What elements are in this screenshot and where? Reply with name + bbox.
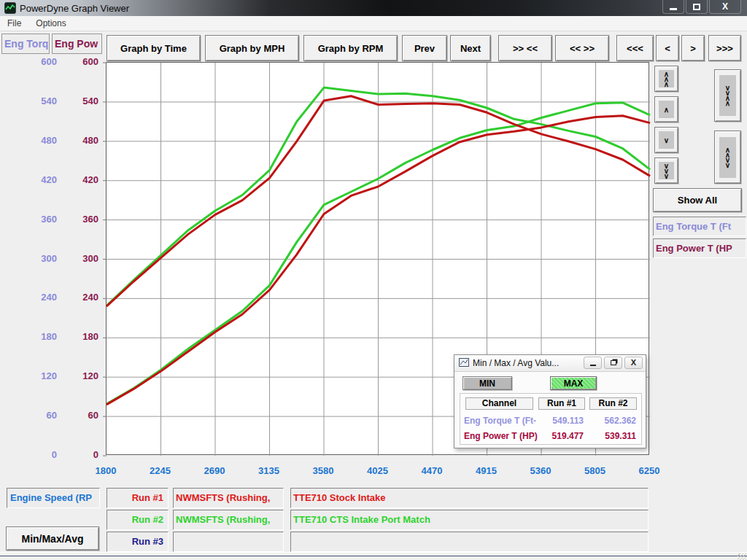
row-torque-channel: Eng Torque T (Ft-	[464, 416, 537, 426]
y-tick-label: 120	[69, 370, 98, 381]
x-tick-label: 5805	[573, 465, 617, 476]
minmax-window-title: Min / Max / Avg Valu...	[473, 358, 559, 368]
max-toggle-button[interactable]: MAX	[550, 376, 597, 390]
y-tick-label: 360	[28, 214, 57, 225]
window-title: PowerDyne Graph Viewer	[20, 3, 129, 14]
legend-eng-power[interactable]: Eng Power T (HP	[653, 238, 746, 258]
x-axis-channel-field[interactable]: Engine Speed (RP	[7, 488, 100, 508]
maximize-button[interactable]	[686, 0, 708, 14]
y-tick-label: 300	[69, 253, 98, 264]
statusbar-line	[0, 556, 747, 556]
row-power-run1-max: 519.477	[538, 431, 584, 441]
scroll-left-fast-button[interactable]: <<<	[616, 35, 654, 61]
x-tick-label: 3135	[247, 465, 291, 476]
graph-by-mph-button[interactable]: Graph by MPH	[205, 35, 299, 61]
x-tick-label: 4470	[410, 465, 454, 476]
zoom-out-x-button[interactable]: << >>	[555, 35, 609, 61]
maximize-icon	[693, 4, 700, 10]
close-icon: X	[722, 2, 728, 11]
minmax-avg-button[interactable]: Min/Max/Avg	[6, 526, 99, 551]
x-tick-label: 5360	[519, 465, 562, 476]
y-tick-label: 60	[28, 410, 57, 421]
scroll-up-fast-button[interactable]: ∧ ∧ ∧	[654, 66, 678, 92]
y-tick-label: 540	[69, 96, 98, 106]
y-tick-label: 180	[28, 331, 57, 342]
scroll-left-button[interactable]: <	[656, 35, 679, 61]
expand-y-scale-button[interactable]: ∧ ∧ ∨ ∨	[714, 131, 741, 184]
run3-description-field[interactable]	[290, 532, 649, 552]
legend-eng-torque[interactable]: Eng Torque T (Ft	[653, 217, 746, 236]
show-all-button[interactable]: Show All	[653, 188, 742, 212]
y-tick-label: 600	[69, 56, 98, 67]
y-tick-label: 420	[69, 174, 98, 185]
close-button[interactable]: X	[709, 0, 741, 14]
x-tick-label: 6250	[627, 465, 671, 476]
minmax-restore-button[interactable]	[604, 357, 622, 369]
scroll-down-button[interactable]: ∨	[654, 127, 678, 153]
scroll-right-button[interactable]: >	[681, 35, 705, 61]
run2-label: Run #2	[107, 510, 169, 530]
x-tick-label: 2245	[139, 465, 182, 476]
graph-by-time-button[interactable]: Graph by Time	[107, 35, 201, 61]
menu-file[interactable]: File	[0, 16, 28, 31]
titlebar[interactable]: PowerDyne Graph Viewer X	[0, 0, 747, 16]
zoom-in-x-button[interactable]: >> <<	[498, 35, 552, 61]
y-tick-label: 120	[28, 370, 57, 381]
menu-options[interactable]: Options	[28, 16, 73, 31]
graph-by-rpm-button[interactable]: Graph by RPM	[303, 35, 398, 61]
chevrons-down-triple-icon: ∨ ∨ ∨	[664, 163, 669, 179]
run2-file-field[interactable]: NWMSFTS (Rushing,	[173, 510, 284, 530]
scroll-right-fast-button[interactable]: >>>	[708, 35, 741, 61]
column-header-channel[interactable]: Channel	[465, 397, 533, 410]
resize-grip-icon[interactable]	[738, 553, 746, 560]
app-window: PowerDyne Graph Viewer X File Options En…	[0, 0, 747, 560]
minimize-icon	[590, 365, 596, 366]
scroll-up-button[interactable]: ∧	[654, 96, 678, 122]
y-axis-power: 060120180240300360420480540600	[69, 62, 98, 455]
run1-description-field[interactable]: TTE710 Stock Intake	[290, 488, 649, 508]
y-tick-label: 360	[69, 214, 98, 225]
tab-eng-torque[interactable]: Eng Torq	[1, 34, 50, 54]
run1-label: Run #1	[107, 488, 169, 508]
x-axis: 1800224526903135358040254470491553605805…	[106, 465, 649, 477]
y-tick-label: 240	[28, 292, 57, 303]
x-tick-label: 4025	[356, 465, 400, 476]
next-button[interactable]: Next	[450, 35, 491, 61]
chevrons-up-triple-icon: ∧ ∧ ∧	[664, 71, 669, 87]
y-tick-label: 240	[69, 292, 98, 303]
prev-button[interactable]: Prev	[402, 35, 447, 61]
minmax-window-icon	[459, 357, 469, 370]
y-tick-label: 480	[69, 135, 98, 146]
run2-description-field[interactable]: TTE710 CTS Intake Port Match	[290, 510, 649, 530]
row-torque-run2-max: 562.362	[591, 416, 636, 426]
minmax-close-button[interactable]: X	[624, 357, 643, 369]
y-tick-label: 0	[69, 449, 98, 460]
statusbar	[0, 552, 747, 560]
menubar: File Options	[0, 16, 747, 31]
chevrons-inward-icon: ∨ ∨ ∧ ∧	[725, 85, 730, 106]
run3-file-field[interactable]	[173, 532, 284, 552]
x-tick-label: 3580	[301, 465, 345, 476]
y-tick-label: 180	[69, 331, 98, 342]
y-tick-label: 540	[28, 96, 57, 106]
column-header-run1[interactable]: Run #1	[538, 397, 585, 410]
row-power-run2-max: 539.311	[591, 431, 636, 441]
collapse-y-scale-button[interactable]: ∨ ∨ ∧ ∧	[714, 69, 741, 122]
minmax-minimize-button[interactable]	[584, 357, 602, 369]
min-toggle-button[interactable]: MIN	[462, 376, 512, 390]
y-tick-label: 480	[28, 135, 57, 146]
x-tick-label: 1800	[84, 465, 128, 476]
minimize-button[interactable]	[662, 0, 684, 14]
y-tick-label: 420	[28, 174, 57, 185]
minmax-titlebar[interactable]: Min / Max / Avg Valu... X	[454, 355, 646, 372]
scroll-down-fast-button[interactable]: ∨ ∨ ∨	[654, 158, 678, 184]
x-tick-label: 4915	[465, 465, 508, 476]
chevron-up-icon: ∧	[664, 107, 669, 112]
column-header-run2[interactable]: Run #2	[589, 397, 637, 410]
run1-file-field[interactable]: NWMSFTS (Rushing,	[173, 488, 284, 508]
restore-icon	[611, 360, 616, 365]
tab-eng-power[interactable]: Eng Pow	[52, 34, 102, 54]
app-icon	[4, 2, 16, 14]
y-tick-label: 600	[28, 56, 57, 67]
chevron-down-icon: ∨	[664, 138, 669, 143]
